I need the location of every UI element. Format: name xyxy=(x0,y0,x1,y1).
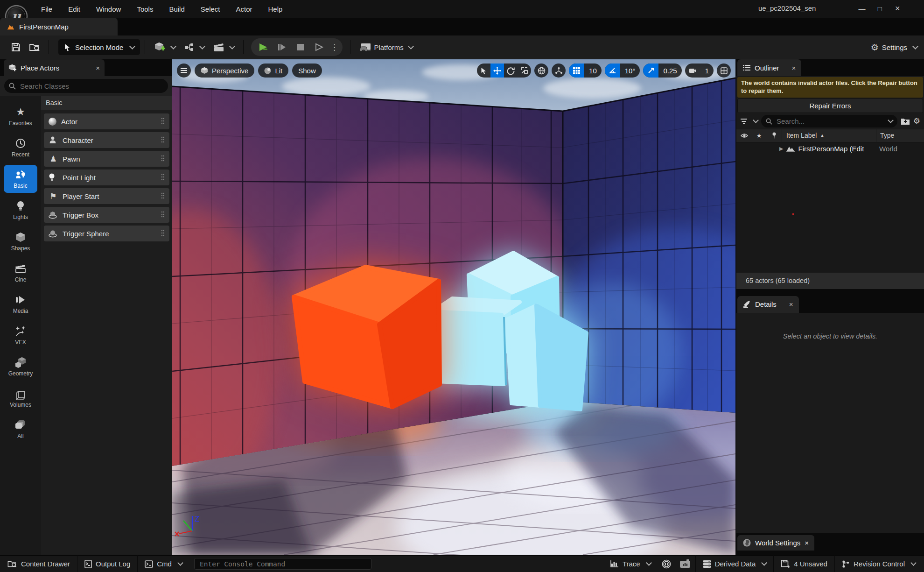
play-options-button[interactable]: ⋮ xyxy=(329,39,339,55)
maximize-button[interactable]: □ xyxy=(872,5,888,13)
outliner-tree[interactable]: ▶ FirstPersonMap (Edit World xyxy=(736,142,924,273)
world-local-toggle[interactable] xyxy=(534,64,548,78)
tab-place-actors[interactable]: Place Actors × xyxy=(4,59,105,76)
list-item-trigger-box[interactable]: Trigger Box xyxy=(44,207,169,223)
category-media[interactable]: Media xyxy=(4,290,37,318)
category-lights[interactable]: Lights xyxy=(4,196,37,224)
camera-speed-control[interactable]: 1 xyxy=(685,64,714,78)
scale-snap-control[interactable]: 0.25 xyxy=(643,64,681,78)
selection-mode-dropdown[interactable]: Selection Mode xyxy=(58,39,140,55)
play-button[interactable] xyxy=(255,39,272,55)
category-shapes[interactable]: Shapes xyxy=(4,227,37,255)
grid-snap-control[interactable]: 10 xyxy=(569,64,602,78)
settings-dropdown[interactable]: ⚙ Settings xyxy=(871,43,917,52)
category-all[interactable]: All xyxy=(4,415,37,443)
menu-select[interactable]: Select xyxy=(201,5,220,13)
save-button[interactable] xyxy=(7,38,25,56)
favorite-column-header[interactable]: ★ xyxy=(752,129,766,142)
cinematics-dropdown[interactable] xyxy=(209,38,238,56)
level-viewport[interactable]: Z Perspective Lit Show xyxy=(172,59,735,555)
select-tool-button[interactable] xyxy=(477,64,490,78)
menu-actor[interactable]: Actor xyxy=(236,5,252,13)
outliner-row-firstpersonmap[interactable]: ▶ FirstPersonMap (Edit World xyxy=(736,142,924,155)
surface-snap-button[interactable] xyxy=(552,64,566,78)
search-classes-box[interactable] xyxy=(4,79,168,93)
drag-handle-icon[interactable] xyxy=(161,118,165,125)
expand-arrow-icon[interactable]: ▶ xyxy=(779,146,783,152)
frame-skip-button[interactable] xyxy=(273,39,290,55)
close-button[interactable]: × xyxy=(889,4,905,14)
type-column-header[interactable]: Type xyxy=(876,129,924,142)
add-actor-dropdown[interactable] xyxy=(150,38,180,56)
list-item-pawn[interactable]: ♟ Pawn xyxy=(44,151,169,167)
item-label-column-header[interactable]: Item Label ▲ xyxy=(782,129,876,142)
unsaved-button[interactable]: 4 Unsaved xyxy=(774,556,834,572)
list-item-character[interactable]: Character xyxy=(44,132,169,148)
platforms-dropdown[interactable]: Platforms xyxy=(355,38,417,56)
search-classes-input[interactable] xyxy=(19,82,163,91)
cmd-dropdown[interactable]: Cmd xyxy=(138,556,189,572)
category-cine[interactable]: Cine xyxy=(4,259,37,287)
revision-control-dropdown[interactable]: Revision Control xyxy=(835,556,924,572)
list-item-trigger-sphere[interactable]: Trigger Sphere xyxy=(44,226,169,241)
drag-handle-icon[interactable] xyxy=(161,230,165,237)
add-folder-icon[interactable] xyxy=(901,117,910,125)
snapshot-button[interactable] xyxy=(675,556,695,572)
repair-errors-button[interactable]: Repair Errors xyxy=(737,99,923,113)
show-dropdown[interactable]: Show xyxy=(292,64,322,78)
pause-insights-button[interactable] xyxy=(658,556,675,572)
console-command-box[interactable] xyxy=(194,558,371,570)
drag-handle-icon[interactable] xyxy=(161,136,165,144)
category-geometry[interactable]: Geometry xyxy=(4,353,37,381)
content-browser-button[interactable] xyxy=(25,38,44,56)
visibility-column-header[interactable] xyxy=(736,129,752,142)
viewport-options-button[interactable] xyxy=(177,64,191,78)
filter-icon[interactable] xyxy=(740,118,748,125)
close-icon[interactable]: × xyxy=(805,539,809,547)
stop-button[interactable] xyxy=(292,39,309,55)
derived-data-dropdown[interactable]: Derived Data xyxy=(696,556,774,572)
category-basic[interactable]: Basic xyxy=(4,165,37,193)
outliner-search-box[interactable] xyxy=(761,115,897,127)
lit-dropdown[interactable]: Lit xyxy=(258,64,288,78)
list-item-actor[interactable]: Actor xyxy=(44,113,169,129)
drag-handle-icon[interactable] xyxy=(161,155,165,162)
viewport-layout-button[interactable] xyxy=(717,64,731,78)
launch-button[interactable] xyxy=(311,39,328,55)
console-command-input[interactable] xyxy=(199,560,367,568)
close-icon[interactable]: × xyxy=(792,64,796,72)
close-icon[interactable]: × xyxy=(96,64,100,72)
tab-firstpersonmap[interactable]: FirstPersonMap xyxy=(0,18,118,35)
list-item-player-start[interactable]: ⚑ Player Start xyxy=(44,188,169,204)
perspective-dropdown[interactable]: Perspective xyxy=(195,64,254,78)
tab-details[interactable]: Details × xyxy=(737,296,799,313)
menu-window[interactable]: Window xyxy=(96,5,121,13)
category-recent[interactable]: Recent xyxy=(4,134,37,162)
minimize-button[interactable]: — xyxy=(854,5,870,13)
menu-file[interactable]: File xyxy=(41,5,52,13)
tab-world-settings[interactable]: World Settings × xyxy=(737,535,814,551)
menu-help[interactable]: Help xyxy=(268,5,283,13)
drag-handle-icon[interactable] xyxy=(161,211,165,219)
rotate-tool-button[interactable] xyxy=(504,64,518,78)
orange-cube-actor[interactable] xyxy=(294,267,440,407)
menu-tools[interactable]: Tools xyxy=(137,5,153,13)
menu-edit[interactable]: Edit xyxy=(68,5,80,13)
scale-tool-button[interactable] xyxy=(518,64,531,78)
category-vfx[interactable]: VFX xyxy=(4,321,37,349)
tab-outliner[interactable]: Outliner × xyxy=(737,59,801,76)
rotation-snap-control[interactable]: 10° xyxy=(605,64,640,78)
pin-column-header[interactable] xyxy=(766,129,782,142)
move-tool-button[interactable] xyxy=(490,64,504,78)
list-item-point-light[interactable]: Point Light xyxy=(44,169,169,185)
trace-dropdown[interactable]: Trace xyxy=(603,556,658,572)
drag-handle-icon[interactable] xyxy=(161,174,165,181)
drag-handle-icon[interactable] xyxy=(161,192,165,200)
output-log-button[interactable]: Output Log xyxy=(77,556,137,572)
chevron-down-icon[interactable] xyxy=(753,117,759,123)
outliner-search-input[interactable] xyxy=(776,117,882,126)
content-drawer-button[interactable]: Content Drawer xyxy=(0,556,77,572)
menu-build[interactable]: Build xyxy=(169,5,184,13)
chevron-down-icon[interactable] xyxy=(888,117,894,123)
category-volumes[interactable]: Volumes xyxy=(4,384,37,412)
